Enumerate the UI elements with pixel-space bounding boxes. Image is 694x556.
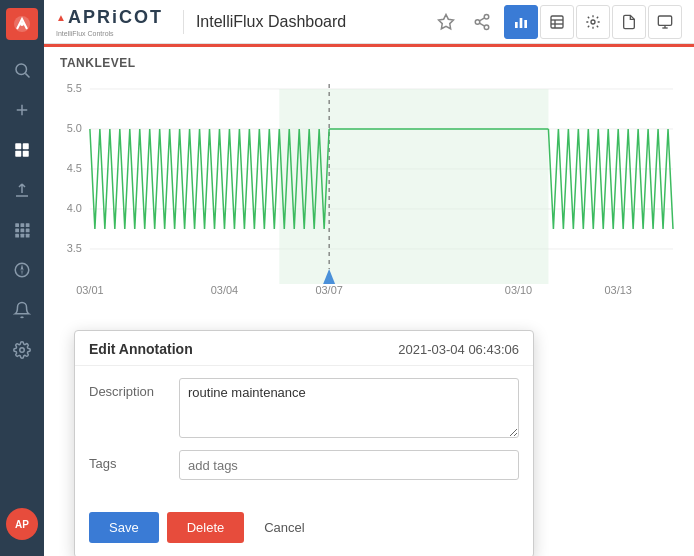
svg-point-22 xyxy=(20,348,25,353)
delete-button[interactable]: Delete xyxy=(167,512,245,543)
sidebar-item-add[interactable] xyxy=(4,92,40,128)
svg-point-2 xyxy=(16,64,27,75)
settings-toolbar-btn[interactable] xyxy=(576,5,610,39)
svg-rect-8 xyxy=(15,151,21,157)
svg-text:03/13: 03/13 xyxy=(604,284,631,296)
description-textarea[interactable]: routine maintenance xyxy=(179,378,519,438)
modal-footer: Save Delete Cancel xyxy=(75,504,533,556)
sidebar-item-alerts[interactable] xyxy=(4,292,40,328)
chart-container: 5.5 5.0 4.5 4.0 3.5 xyxy=(60,74,678,314)
svg-line-27 xyxy=(479,23,484,26)
svg-rect-13 xyxy=(15,229,19,233)
svg-marker-23 xyxy=(439,14,454,28)
svg-text:5.0: 5.0 xyxy=(67,122,82,134)
sidebar-item-dashboard[interactable] xyxy=(4,132,40,168)
svg-rect-11 xyxy=(21,223,25,227)
svg-text:3.5: 3.5 xyxy=(67,242,82,254)
svg-rect-15 xyxy=(26,229,30,233)
svg-rect-6 xyxy=(15,143,21,149)
svg-marker-20 xyxy=(21,264,24,270)
sidebar-item-search[interactable] xyxy=(4,52,40,88)
modal-timestamp: 2021-03-04 06:43:06 xyxy=(398,342,519,357)
svg-text:03/10: 03/10 xyxy=(505,284,532,296)
monitor-toolbar-btn[interactable] xyxy=(648,5,682,39)
tags-input[interactable] xyxy=(179,450,519,480)
svg-rect-31 xyxy=(524,20,527,28)
tags-row: Tags xyxy=(89,450,519,480)
svg-marker-21 xyxy=(21,270,24,276)
svg-rect-12 xyxy=(26,223,30,227)
svg-point-25 xyxy=(475,19,480,24)
svg-rect-16 xyxy=(15,234,19,238)
svg-line-28 xyxy=(479,17,484,20)
svg-text:03/01: 03/01 xyxy=(76,284,103,296)
share-icon-btn[interactable] xyxy=(468,8,496,36)
avatar[interactable]: AP xyxy=(6,508,38,540)
svg-rect-14 xyxy=(21,229,25,233)
topbar-actions xyxy=(504,5,682,39)
chart-svg: 5.5 5.0 4.5 4.0 3.5 xyxy=(60,74,678,314)
modal-body: Description routine maintenance Tags xyxy=(75,366,533,504)
sidebar-item-navigate[interactable] xyxy=(4,252,40,288)
svg-rect-30 xyxy=(520,18,523,28)
star-icon-btn[interactable] xyxy=(432,8,460,36)
save-button[interactable]: Save xyxy=(89,512,159,543)
description-label: Description xyxy=(89,378,179,399)
svg-rect-50 xyxy=(279,89,548,284)
brand-subtitle: IntelliFlux Controls xyxy=(56,30,114,37)
svg-rect-29 xyxy=(515,22,518,28)
svg-point-36 xyxy=(591,20,595,24)
brand-area: ▲ APRiCOT IntelliFlux Controls xyxy=(56,7,167,37)
svg-rect-9 xyxy=(23,151,29,157)
sidebar: AP xyxy=(0,0,44,556)
svg-rect-37 xyxy=(658,16,671,25)
file-toolbar-btn[interactable] xyxy=(612,5,646,39)
svg-rect-32 xyxy=(551,16,563,28)
svg-rect-10 xyxy=(15,223,19,227)
sidebar-logo[interactable] xyxy=(6,8,38,40)
svg-line-3 xyxy=(25,73,29,77)
modal-title: Edit Annotation xyxy=(89,341,193,357)
svg-text:03/04: 03/04 xyxy=(211,284,238,296)
chart-toolbar-btn[interactable] xyxy=(504,5,538,39)
chart-title: TANKLEVEL xyxy=(60,56,678,70)
page-title: IntelliFlux Dashboard xyxy=(196,13,424,31)
brand-logo-icon: ▲ xyxy=(56,12,66,23)
sidebar-item-upload[interactable] xyxy=(4,172,40,208)
cancel-button[interactable]: Cancel xyxy=(252,512,316,543)
modal-header: Edit Annotation 2021-03-04 06:43:06 xyxy=(75,331,533,366)
chart-area: TANKLEVEL 5.5 5.0 4.5 4.0 3.5 xyxy=(44,44,694,556)
topbar: ▲ APRiCOT IntelliFlux Controls IntelliFl… xyxy=(44,0,694,44)
svg-rect-18 xyxy=(26,234,30,238)
svg-text:4.0: 4.0 xyxy=(67,202,82,214)
topbar-divider xyxy=(183,10,184,34)
brand-name: APRiCOT xyxy=(68,7,163,28)
svg-text:5.5: 5.5 xyxy=(67,82,82,94)
description-row: Description routine maintenance xyxy=(89,378,519,438)
svg-rect-17 xyxy=(21,234,25,238)
svg-text:4.5: 4.5 xyxy=(67,162,82,174)
sidebar-item-modules[interactable] xyxy=(4,212,40,248)
table-toolbar-btn[interactable] xyxy=(540,5,574,39)
svg-rect-7 xyxy=(23,143,29,149)
sidebar-item-settings[interactable] xyxy=(4,332,40,368)
annotation-modal: Edit Annotation 2021-03-04 06:43:06 Desc… xyxy=(74,330,534,556)
svg-point-24 xyxy=(484,14,489,19)
svg-text:03/07: 03/07 xyxy=(315,284,342,296)
svg-point-1 xyxy=(20,22,24,26)
tags-label: Tags xyxy=(89,450,179,471)
main-content: ▲ APRiCOT IntelliFlux Controls IntelliFl… xyxy=(44,0,694,556)
svg-point-26 xyxy=(484,25,489,30)
